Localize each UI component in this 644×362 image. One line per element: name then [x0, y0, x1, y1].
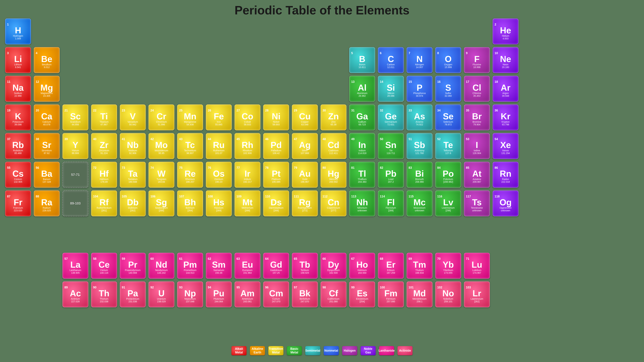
element-am: 95AmAmericium243.061 — [234, 281, 260, 307]
element-hs: 108HsHassium[269] — [206, 190, 232, 216]
element-sn: 50SnTin118.711 — [378, 133, 404, 159]
element-fl: 114FlFlerovium[289] — [378, 190, 404, 216]
element-rg: 111RgRoentgenium[272] — [292, 190, 318, 216]
legend-nonmetal: Nonmetal — [324, 346, 339, 355]
element-no: 102NoNobelium259.101 — [435, 281, 461, 307]
element-hg: 80HgMercury200.592 — [320, 162, 346, 188]
element-bh: 107BhBohrium[264] — [177, 190, 203, 216]
element-ru: 44RuRuthenium101.07 — [206, 133, 232, 159]
element-mg: 12MgMagnesium24.305 — [34, 76, 60, 102]
element-at: 85AtAstatine209.987 — [464, 162, 490, 188]
element-cn: 112CnCopernicium[277] — [320, 190, 346, 216]
element-nb: 41NbNiobium92.906 — [120, 133, 146, 159]
element-ar: 18ArArgon39.948 — [492, 76, 518, 102]
element-na: 11NaSodium22.990 — [5, 76, 31, 102]
element-al: 13AlAluminum26.982 — [349, 76, 375, 102]
element-hf: 72HfHafnium178.49 — [91, 162, 117, 188]
element-lr: 103LrLawrencium[262] — [464, 281, 490, 307]
element-ag: 47AgSilver107.868 — [292, 133, 318, 159]
element-be: 4BeBeryllium9.012 — [34, 47, 60, 73]
element-ta: 73TaTantalum180.948 — [120, 162, 146, 188]
element-nh: 113NhNihoniumunknown — [349, 190, 375, 216]
legend-lanthanide: Lanthanide — [379, 346, 394, 355]
legend-halogen: Halogen — [342, 346, 357, 355]
element-dy: 66DyDysprosium162.500 — [320, 253, 346, 279]
element-sr: 38SrStrontium87.62 — [34, 133, 60, 159]
legend-basic: Basic Metal — [287, 346, 302, 355]
element-tb: 65TbTerbium158.925 — [292, 253, 318, 279]
element-cl: 17ClChlorine35.453 — [464, 76, 490, 102]
placeholder-3-7: 89-103 — [62, 190, 88, 216]
element-ca: 20CaCalcium40.078 — [34, 104, 60, 130]
element-rn: 86RnRadon222.018 — [492, 162, 518, 188]
element-y: 39YYttrium88.906 — [62, 133, 88, 159]
element-ho: 67HoHolmium164.930 — [349, 253, 375, 279]
element-sg: 106SgSeaborgium[266] — [148, 190, 174, 216]
element-xe: 54XeXenon131.294 — [492, 133, 518, 159]
element-nd: 60NdNeodymium144.242 — [148, 253, 174, 279]
element-cr: 24CrChromium51.996 — [148, 104, 174, 130]
element-pr: 59PrPraseodymium140.908 — [120, 253, 146, 279]
element-mn: 25MnManganese54.938 — [177, 104, 203, 130]
legend-area: Alkali MetalAlkaline EarthTransition Met… — [232, 346, 412, 355]
element-cm: 96CmCurium247.070 — [263, 281, 289, 307]
element-in: 49InIndium114.818 — [349, 133, 375, 159]
element-np: 93NpNeptunium237.048 — [177, 281, 203, 307]
element-as: 33AsArsenic74.922 — [406, 104, 432, 130]
legend-alkaline: Alkaline Earth — [250, 346, 265, 355]
element-pu: 94PuPlutonium244.064 — [206, 281, 232, 307]
element-pd: 46PdPalladium106.42 — [263, 133, 289, 159]
element-ds: 110DsDarmstadtium[269] — [263, 190, 289, 216]
legend-transition: Transition Metal — [268, 346, 284, 355]
element-mc: 115McMoscoviumunknown — [406, 190, 432, 216]
element-h: 1HHydrogen1.008 — [5, 18, 31, 44]
element-la: 57LaLanthanum138.905 — [62, 253, 88, 279]
element-ba: 56BaBarium137.328 — [34, 162, 60, 188]
element-b: 5BBoron10.811 — [349, 47, 375, 73]
element-pt: 78PtPlatinum195.085 — [263, 162, 289, 188]
element-kr: 36KrKrypton83.798 — [492, 104, 518, 130]
element-co: 27CoCobalt58.933 — [234, 104, 260, 130]
legend-noblegas: Noble Gas — [360, 346, 376, 355]
element-fr: 87FrFrancium223.020 — [5, 190, 31, 216]
element-li: 3LiLithium6.941 — [5, 47, 31, 73]
element-w: 74WTungsten183.84 — [148, 162, 174, 188]
element-md: 101MdMendelevium258.1 — [406, 281, 432, 307]
element-br: 35BrBromine79.904 — [464, 104, 490, 130]
element-os: 76OsOsmium190.23 — [206, 162, 232, 188]
element-bk: 97BkBerkelium247.070 — [292, 281, 318, 307]
element-n: 7NNitrogen14.007 — [406, 47, 432, 73]
element-pa: 91PaProtactinium231.036 — [120, 281, 146, 307]
element-si: 14SiSilicon28.086 — [378, 76, 404, 102]
element-p: 15PPhosphorus30.974 — [406, 76, 432, 102]
element-lu: 71LuLutetium174.967 — [464, 253, 490, 279]
element-fm: 100FmFermium257.095 — [378, 281, 404, 307]
element-eu: 63EuEuropium151.964 — [234, 253, 260, 279]
element-v: 23VVanadium50.942 — [120, 104, 146, 130]
legend-semimetal: Semimetal — [305, 346, 320, 355]
element-er: 68ErErbium167.259 — [378, 253, 404, 279]
element-gd: 64GdGadolinium157.25 — [263, 253, 289, 279]
element-cs: 55CsCesium132.905 — [5, 162, 31, 188]
element-fe: 26FeIron55.845 — [206, 104, 232, 130]
placeholder-3-6: 57-71 — [62, 162, 88, 188]
element-sb: 51SbAntimony121.760 — [406, 133, 432, 159]
element-pm: 61PmPromethium144.913 — [177, 253, 203, 279]
element-ac: 89AcActinium227.028 — [62, 281, 88, 307]
element-tl: 81TlThallium204.383 — [349, 162, 375, 188]
element-ts: 117TsTennessineunknown — [464, 190, 490, 216]
element-sm: 62SmSamarium150.36 — [206, 253, 232, 279]
element-es: 99EsEinsteinium[254] — [349, 281, 375, 307]
element-sc: 21ScScandium44.956 — [62, 104, 88, 130]
element-po: 84PoPolonium[208.982] — [435, 162, 461, 188]
element-ti: 22TiTitanium47.867 — [91, 104, 117, 130]
element-cf: 98CfCalifornium251.080 — [320, 281, 346, 307]
element-f: 9FFluorine18.998 — [464, 47, 490, 73]
element-rf: 104RfRutherfordium[261] — [91, 190, 117, 216]
element-zn: 30ZnZinc65.38 — [320, 104, 346, 130]
element-se: 34SeSelenium78.972 — [435, 104, 461, 130]
element-au: 79AuGold196.967 — [292, 162, 318, 188]
page-title: Periodic Table of the Elements — [0, 0, 644, 19]
element-cd: 48CdCadmium112.411 — [320, 133, 346, 159]
element-mo: 42MoMolybdenum95.95 — [148, 133, 174, 159]
